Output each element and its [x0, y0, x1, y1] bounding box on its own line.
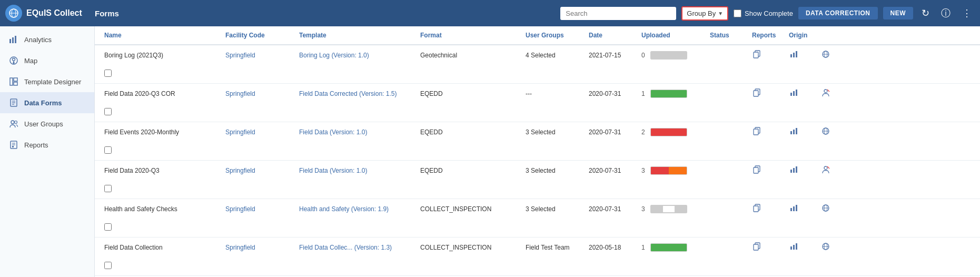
table-wrapper: Boring Log (2021Q3)SpringfieldBoring Log… — [95, 45, 980, 277]
row-chart[interactable] — [785, 199, 816, 219]
row-reports[interactable] — [748, 199, 785, 219]
row-origin[interactable] — [816, 161, 837, 180]
copy-icon[interactable] — [752, 165, 763, 176]
sidebar-item-data-forms[interactable]: Data Forms — [0, 92, 94, 113]
table-row: Field Events 2020-MonthlySpringfieldFiel… — [95, 122, 980, 161]
row-chart[interactable] — [785, 122, 816, 142]
row-reports[interactable] — [748, 122, 785, 142]
template-designer-icon — [8, 76, 19, 87]
copy-icon[interactable] — [752, 242, 763, 253]
row-format: EQEDD — [416, 162, 521, 179]
new-button[interactable]: NEW — [883, 7, 914, 19]
th-template[interactable]: Template — [295, 26, 416, 44]
row-template: Field Data (Version: 1.0) — [295, 162, 416, 179]
th-uploaded[interactable]: Uploaded — [637, 26, 706, 44]
brand-title: EQuIS Collect — [26, 8, 82, 18]
copy-icon[interactable] — [752, 50, 763, 61]
row-origin[interactable] — [816, 84, 837, 103]
svg-point-7 — [13, 58, 15, 61]
row-select-checkbox[interactable] — [104, 262, 112, 269]
row-checkbox[interactable] — [100, 219, 221, 237]
th-user-groups[interactable]: User Groups — [521, 26, 585, 44]
row-status — [706, 127, 748, 137]
svg-rect-55 — [796, 205, 797, 211]
row-reports[interactable] — [748, 161, 785, 180]
user-groups-icon — [8, 118, 19, 129]
th-date[interactable]: Date — [585, 26, 637, 44]
svg-rect-10 — [14, 82, 17, 85]
row-checkbox[interactable] — [100, 142, 221, 160]
th-status[interactable]: Status — [706, 26, 748, 44]
svg-rect-45 — [754, 167, 758, 173]
row-reports[interactable] — [748, 45, 785, 65]
row-checkbox[interactable] — [100, 103, 221, 122]
svg-point-49 — [824, 166, 827, 170]
copy-icon[interactable] — [752, 127, 763, 138]
globe-icon[interactable] — [820, 50, 831, 61]
map-icon — [8, 55, 19, 66]
sidebar-item-reports[interactable]: Reports — [0, 134, 94, 155]
copy-icon[interactable] — [752, 88, 763, 100]
more-options-button[interactable]: ⋮ — [959, 5, 975, 21]
row-checkbox[interactable] — [100, 257, 221, 275]
th-facility-code[interactable]: Facility Code — [221, 26, 295, 44]
th-name[interactable]: Name — [100, 26, 221, 44]
svg-rect-30 — [754, 91, 758, 96]
row-template: Health and Safety (Version: 1.9) — [295, 201, 416, 217]
row-origin[interactable] — [816, 45, 837, 65]
show-complete-checkbox[interactable] — [734, 9, 741, 17]
row-select-checkbox[interactable] — [104, 108, 112, 115]
data-correction-button[interactable]: DATA CORRECTION — [798, 7, 878, 19]
svg-rect-61 — [790, 246, 792, 250]
row-chart[interactable] — [785, 161, 816, 180]
row-checkbox[interactable] — [100, 65, 221, 83]
chart-icon[interactable] — [789, 127, 799, 138]
row-facility-code: Springfield — [221, 201, 295, 217]
row-select-checkbox[interactable] — [104, 223, 112, 231]
row-chart[interactable] — [785, 238, 816, 257]
th-origin[interactable]: Origin — [785, 26, 816, 44]
globe-icon[interactable] — [820, 242, 831, 253]
svg-rect-4 — [12, 37, 14, 43]
row-origin[interactable] — [816, 238, 837, 257]
show-complete-toggle[interactable]: Show Complete — [734, 9, 793, 17]
chart-icon[interactable] — [789, 88, 799, 100]
chart-icon[interactable] — [789, 50, 799, 61]
sidebar-item-label: Map — [24, 57, 37, 65]
analytics-icon — [8, 34, 19, 45]
row-chart[interactable] — [785, 45, 816, 65]
row-select-checkbox[interactable] — [104, 146, 112, 154]
row-template: Field Data Corrected (Version: 1.5) — [295, 85, 416, 102]
chart-icon[interactable] — [789, 204, 799, 215]
th-reports[interactable]: Reports — [748, 26, 785, 44]
sidebar-item-user-groups[interactable]: User Groups — [0, 113, 94, 134]
person-icon[interactable] — [820, 165, 831, 176]
row-chart[interactable] — [785, 84, 816, 103]
row-origin[interactable] — [816, 122, 837, 142]
search-input[interactable] — [560, 7, 676, 20]
info-button[interactable]: ⓘ — [938, 5, 954, 22]
chart-icon[interactable] — [789, 165, 799, 176]
chart-icon[interactable] — [789, 242, 799, 253]
row-format: COLLECT_INSPECTION — [416, 239, 521, 256]
row-reports[interactable] — [748, 238, 785, 257]
sidebar-item-label: User Groups — [24, 120, 63, 128]
globe-icon[interactable] — [820, 204, 831, 215]
person-icon[interactable] — [820, 88, 831, 100]
row-select-checkbox[interactable] — [104, 70, 112, 77]
row-origin[interactable] — [816, 199, 837, 219]
sidebar-item-template-designer[interactable]: Template Designer — [0, 71, 94, 92]
groupby-button[interactable]: Group By ▼ — [681, 6, 728, 21]
row-select-checkbox[interactable] — [104, 185, 112, 192]
sidebar-item-analytics[interactable]: Analytics — [0, 29, 94, 50]
sidebar-item-map[interactable]: Map — [0, 50, 94, 71]
svg-rect-52 — [754, 206, 758, 212]
row-user-groups: 3 Selected — [521, 124, 585, 141]
th-format[interactable]: Format — [416, 26, 521, 44]
copy-icon[interactable] — [752, 204, 763, 215]
row-format: Geotechnical — [416, 47, 521, 64]
refresh-button[interactable]: ↻ — [918, 5, 933, 21]
row-reports[interactable] — [748, 84, 785, 103]
row-checkbox[interactable] — [100, 180, 221, 199]
globe-icon[interactable] — [820, 127, 831, 138]
